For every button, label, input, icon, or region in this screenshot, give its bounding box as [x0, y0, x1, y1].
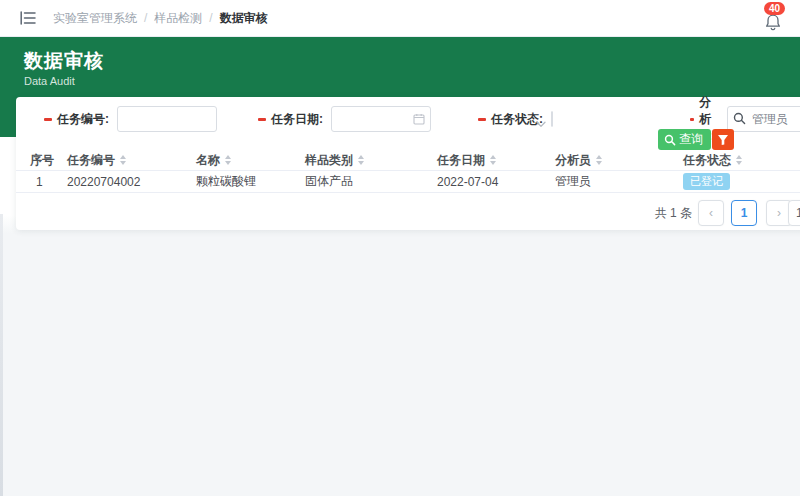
query-button[interactable]: 查询	[658, 129, 711, 150]
search-icon	[733, 112, 746, 125]
required-mark-icon	[44, 118, 52, 121]
col-header-label: 名称	[196, 152, 220, 169]
task-no-label: 任务编号:	[57, 111, 109, 128]
sidebar-collapse-icon[interactable]	[20, 11, 36, 25]
required-mark-icon	[478, 118, 486, 121]
required-mark-icon	[258, 118, 266, 121]
col-header-label: 任务日期	[437, 152, 485, 169]
sort-icon[interactable]	[358, 155, 364, 165]
cell-category: 固体产品	[305, 173, 437, 190]
col-header-status: 任务状态	[683, 152, 800, 169]
filter-task-date: 任务日期:	[258, 106, 431, 132]
table-header-row: 序号 任务编号 名称 样品类别 任务日期 分析员 任务状态	[16, 150, 800, 170]
task-no-input[interactable]	[117, 106, 217, 132]
page-subtitle: Data Audit	[24, 75, 75, 87]
task-status-select[interactable]	[551, 112, 553, 126]
query-button-label: 查询	[679, 131, 703, 148]
sort-icon[interactable]	[225, 155, 231, 165]
required-mark-icon	[690, 118, 694, 121]
left-edge-strip	[0, 214, 3, 496]
breadcrumb-system[interactable]: 实验室管理系统	[53, 10, 137, 27]
notification-bell[interactable]: 40	[764, 10, 786, 32]
sort-icon[interactable]	[120, 155, 126, 165]
table-row[interactable]: 1 20220704002 颗粒碳酸锂 固体产品 2022-07-04 管理员 …	[16, 171, 800, 193]
pagination-prev-button[interactable]: ‹	[698, 200, 724, 226]
breadcrumb-data-audit: 数据审核	[220, 10, 268, 27]
cell-index: 1	[30, 175, 67, 189]
notification-count-badge: 40	[764, 2, 785, 15]
col-header-label: 样品类别	[305, 152, 353, 169]
sort-icon[interactable]	[490, 155, 496, 165]
breadcrumb-separator: /	[209, 11, 212, 25]
pagination-page-1[interactable]: 1	[731, 200, 757, 226]
cell-name: 颗粒碳酸锂	[196, 173, 305, 190]
top-bar: 实验室管理系统 / 样品检测 / 数据审核 40	[0, 0, 800, 37]
col-header-label: 任务编号	[67, 152, 115, 169]
page-title: 数据审核	[24, 48, 104, 74]
col-header-index: 序号	[30, 152, 67, 169]
breadcrumb-sample-testing[interactable]: 样品检测	[154, 10, 202, 27]
col-header-name: 名称	[196, 152, 305, 169]
col-header-label: 序号	[30, 152, 54, 169]
pagination-page-size-select[interactable]: 10	[788, 200, 800, 226]
col-header-analyst: 分析员	[555, 152, 683, 169]
task-date-label: 任务日期:	[271, 111, 323, 128]
sort-icon[interactable]	[596, 155, 602, 165]
status-badge: 已登记	[683, 173, 730, 190]
funnel-icon	[717, 134, 729, 146]
filter-button[interactable]	[712, 129, 734, 150]
search-icon	[664, 134, 676, 146]
filter-task-status: 任务状态:	[478, 106, 553, 132]
sort-icon[interactable]	[736, 155, 742, 165]
col-header-label: 分析员	[555, 152, 591, 169]
bell-icon	[764, 13, 782, 32]
cell-date: 2022-07-04	[437, 175, 555, 189]
cell-status: 已登记	[683, 173, 800, 190]
cell-analyst: 管理员	[555, 173, 683, 190]
col-header-task-no: 任务编号	[67, 152, 196, 169]
task-status-label: 任务状态:	[491, 111, 543, 128]
data-audit-card: 任务编号: 任务日期: 任务状态:	[16, 97, 800, 230]
pagination-total: 共 1 条	[632, 200, 692, 226]
cell-task-no: 20220704002	[67, 175, 196, 189]
task-date-input[interactable]	[331, 106, 431, 132]
col-header-label: 任务状态	[683, 152, 731, 169]
col-header-category: 样品类别	[305, 152, 437, 169]
breadcrumb: 实验室管理系统 / 样品检测 / 数据审核	[53, 10, 268, 27]
col-header-date: 任务日期	[437, 152, 555, 169]
breadcrumb-separator: /	[144, 11, 147, 25]
filter-task-no: 任务编号:	[44, 106, 217, 132]
